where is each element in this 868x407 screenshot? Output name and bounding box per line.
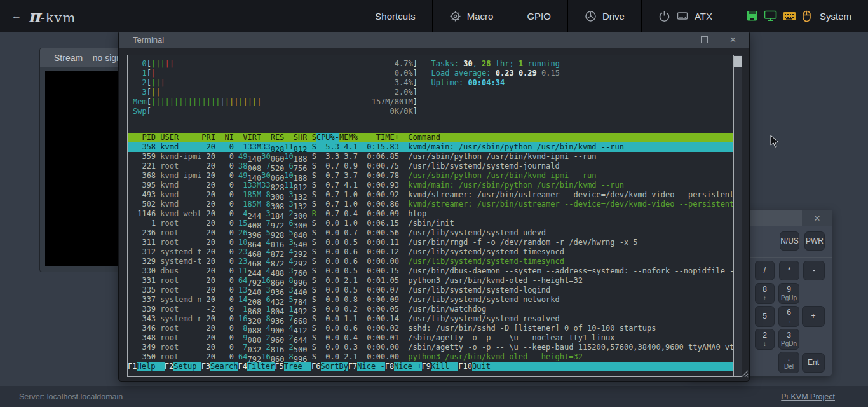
fkey-key[interactable]: F4	[238, 362, 247, 371]
fkey-key[interactable]: F2	[165, 362, 173, 371]
fkey-label[interactable]: SortBy	[321, 362, 348, 371]
fkey-key[interactable]: F6	[311, 362, 320, 371]
fkey-key[interactable]: F3	[201, 362, 210, 371]
nav-item-gpio[interactable]: GPIO	[510, 0, 567, 32]
meter-bar: |	[257, 97, 261, 106]
process-row[interactable]: 335root2001324039363440S0.00.50:00.07/us…	[128, 286, 733, 295]
terminal-window-header[interactable]: Terminal ✕	[119, 31, 749, 48]
nav-item-drive[interactable]: Drive	[567, 0, 641, 32]
process-row[interactable]: 358kvmd200133M3382811812S5.34.10:15.83kv…	[128, 142, 733, 152]
fkey-label[interactable]: Filter	[247, 362, 275, 371]
cell-cpu: 0.7	[316, 171, 339, 181]
process-row[interactable]: 502kvmd200185M83083132S0.71.00:00.86kvmd…	[128, 200, 733, 209]
scrollbar-thumb[interactable]	[734, 56, 742, 67]
maximize-icon[interactable]	[701, 36, 708, 43]
process-row[interactable]: 359kvmd-ipmi200491403006010188S3.33.70:0…	[128, 152, 733, 162]
col-ni[interactable]: NI	[215, 133, 234, 142]
numpad-key-5[interactable]: 5	[755, 306, 775, 327]
col-pid[interactable]: PID	[133, 133, 156, 142]
numpad-key-power[interactable]: PWR	[804, 231, 825, 251]
fkey-label[interactable]: Kill	[431, 362, 458, 371]
process-row[interactable]: 1146kvmd-webt200424431842300R0.70.40:00.…	[128, 209, 733, 219]
meter-value: 3.4%	[395, 78, 413, 88]
col-time[interactable]: TIME+	[358, 133, 399, 142]
resize-grip-icon[interactable]	[740, 369, 749, 380]
logo-area[interactable]: ← π-kvm	[0, 0, 95, 32]
col-mem[interactable]: MEM%	[339, 133, 358, 142]
cell-ni: 0	[215, 238, 234, 247]
process-row[interactable]: 1root2001540879726300S0.01.00:06.15/sbin…	[128, 219, 733, 228]
process-row[interactable]: 339root-20186818041492S0.00.20:00.05/usr…	[128, 305, 733, 314]
process-row[interactable]: 346root200808849004412S0.00.60:00.02sshd…	[128, 324, 733, 333]
fkey-label[interactable]: Tree	[284, 362, 311, 371]
process-row[interactable]: 236root2002639659285040S0.00.70:00.56/us…	[128, 228, 733, 238]
col-cmd[interactable]: Command	[399, 133, 733, 142]
terminal-scrollbar[interactable]	[733, 55, 742, 376]
col-s[interactable]: S	[307, 133, 316, 142]
process-row[interactable]: 493kvmd200185M83083132S0.71.00:00.92kvmd…	[128, 190, 733, 200]
close-icon[interactable]: ✕	[802, 210, 832, 226]
process-row[interactable]: 349root200703228162500S0.00.30:00.00/sbi…	[128, 343, 733, 352]
project-link[interactable]: Pi-KVM Project	[781, 392, 835, 401]
fkey-key[interactable]: F10	[458, 362, 472, 371]
numpad-key-9[interactable]: 9PgUp	[778, 283, 799, 304]
cell-pid: 331	[133, 276, 156, 286]
nav-item-system[interactable]: System	[729, 0, 868, 32]
fkey-key[interactable]: F8	[385, 362, 394, 371]
cell-ni: 0	[215, 295, 234, 305]
process-row[interactable]: 330dbus2001124444883760S0.00.50:00.15/us…	[128, 266, 733, 276]
process-row[interactable]: 348root200908029602644S0.00.40:00.01/sbi…	[128, 333, 733, 343]
process-row[interactable]: 312systemd-t2002346848724292S0.00.60:00.…	[128, 247, 733, 257]
cell-res: 2960	[261, 333, 284, 343]
fkey-label[interactable]: Help	[137, 362, 164, 371]
col-user[interactable]: USER	[156, 133, 201, 142]
cell-user: root	[156, 228, 201, 238]
process-row[interactable]: 337systemd-n2001420864325784S0.00.80:00.…	[128, 295, 733, 305]
fkey-label[interactable]: Setup	[173, 362, 201, 371]
nav-item-shortcuts[interactable]: Shortcuts	[358, 0, 431, 32]
table-header-row[interactable]: PIDUSERPRINIVIRTRESSHRSCPU%-MEM%TIME+Com…	[128, 133, 733, 142]
numpad-key-numlock[interactable]: N/US	[780, 231, 799, 251]
cell-command: kvmd/streamer: /usr/bin/ustreamer --devi…	[399, 200, 733, 209]
cell-shr: 3132	[284, 190, 307, 200]
fkey-label[interactable]: Nice -	[357, 362, 384, 371]
col-cpu-sort[interactable]: CPU%-	[316, 133, 339, 142]
numpad-key-plus[interactable]: +	[802, 306, 825, 327]
process-row[interactable]: 331root20064792168608996S0.02.10:01.05py…	[128, 276, 733, 286]
col-virt[interactable]: VIRT	[234, 133, 261, 142]
fkey-key[interactable]: F5	[275, 362, 283, 371]
fkey-key[interactable]: F1	[128, 362, 137, 371]
numpad-key-del[interactable]: .Del	[778, 352, 799, 373]
fkey-key[interactable]: F9	[422, 362, 431, 371]
back-arrow-icon[interactable]: ←	[11, 10, 22, 22]
numpad-key-enter[interactable]: Ent	[802, 353, 825, 373]
fkey-label[interactable]: Search	[210, 362, 238, 371]
col-shr[interactable]: SHR	[284, 133, 307, 142]
numpad-key-3[interactable]: 3PgDn	[778, 329, 799, 350]
process-row[interactable]: 368kvmd-ipmi200491403006010188S0.73.70:0…	[128, 171, 733, 181]
fkey-key[interactable]: F7	[348, 362, 357, 371]
cell-res: 16860	[261, 352, 284, 362]
numpad-key-star[interactable]: *	[779, 261, 799, 280]
close-icon[interactable]: ✕	[729, 36, 736, 43]
numpad-key-8[interactable]: 8↑	[755, 283, 775, 304]
numpad-key-slash[interactable]: /	[755, 261, 775, 280]
nav-item-atx[interactable]: ATX	[641, 0, 729, 32]
process-row[interactable]: 221root2003800875206756S0.70.90:00.75/us…	[128, 162, 733, 171]
cell-res: 30060	[261, 171, 284, 181]
process-row[interactable]: 311root2001086440163540S0.00.50:00.11/us…	[128, 238, 733, 247]
fkey-label[interactable]: Nice +	[394, 362, 421, 371]
process-row[interactable]: 350root20064792168608996S0.02.10:00.00py…	[128, 352, 733, 362]
process-row[interactable]: 395kvmd200133M3382811812S0.74.10:00.93kv…	[128, 181, 733, 190]
meter-bar: |	[201, 97, 206, 106]
fkey-label[interactable]: Quit	[472, 362, 499, 371]
nav-item-macro[interactable]: Macro	[432, 0, 510, 32]
cell-pri: 20	[201, 209, 215, 219]
process-row[interactable]: 343systemd-r2001632089367668S0.01.10:00.…	[128, 314, 733, 324]
col-pri[interactable]: PRI	[201, 133, 215, 142]
numpad-key-2[interactable]: 2↓	[755, 329, 775, 350]
col-res[interactable]: RES	[261, 133, 284, 142]
numpad-key-6[interactable]: 6→	[778, 306, 799, 327]
numpad-key-minus[interactable]: -	[803, 261, 825, 280]
process-row[interactable]: 329systemd-t2002346848724292S0.00.60:00.…	[128, 257, 733, 266]
